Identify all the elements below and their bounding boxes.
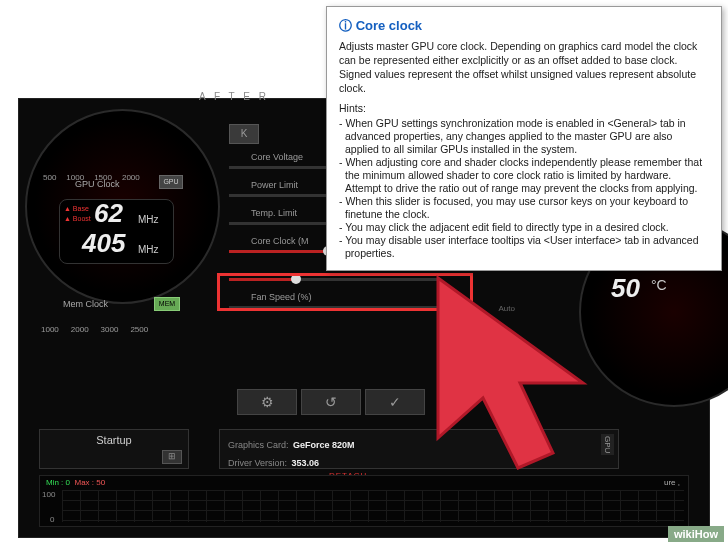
boost-clock-unit: MHz — [138, 244, 159, 255]
startup-label: Startup — [40, 430, 188, 446]
tooltip-hints-list: When GPU settings synchronization mode i… — [339, 117, 709, 260]
gpu-selector-button[interactable]: GPU — [601, 434, 614, 455]
mem-toggle-button[interactable]: MEM — [154, 297, 180, 311]
apply-button[interactable]: ✓ — [365, 389, 425, 415]
driver-label: Driver Version: — [228, 458, 287, 468]
driver-value: 353.06 — [291, 458, 319, 468]
windows-startup-button[interactable]: ⊞ — [162, 450, 182, 464]
base-boost-labels: ▲ Base▲ Boost — [64, 204, 91, 224]
gauge-ticks-bottom: 1000200030002500 — [41, 325, 160, 334]
settings-button[interactable]: ⚙ — [237, 389, 297, 415]
action-buttons: ⚙ ↺ ✓ — [237, 389, 425, 415]
graph-y-max: 100 — [42, 490, 55, 499]
boost-clock-value: 405 — [82, 228, 125, 259]
graph-minmax: Min : 0 Max : 50 — [46, 478, 105, 487]
graph-grid — [62, 490, 684, 522]
startup-panel: Startup ⊞ — [39, 429, 189, 469]
tooltip-body: Adjusts master GPU core clock. Depending… — [339, 39, 709, 260]
monitoring-graph[interactable]: Min : 0 Max : 50 100 0 ure , — [39, 475, 689, 527]
card-label: Graphics Card: — [228, 440, 289, 450]
temperature-value: 50 — [611, 273, 640, 304]
k-button[interactable]: K — [229, 124, 259, 144]
clock-readout: ▲ Base▲ Boost 62 MHz 405 MHz — [59, 199, 174, 264]
gpu-info-panel: Graphics Card: GeForce 820M Driver Versi… — [219, 429, 619, 469]
watermark: wikiHow — [668, 526, 724, 542]
graph-metric-label: ure , — [664, 478, 680, 487]
base-clock-unit: MHz — [138, 214, 159, 225]
auto-label: Auto — [499, 304, 515, 313]
base-clock-value: 62 — [94, 198, 123, 229]
gpu-clock-label: GPU Clock — [75, 179, 120, 189]
app-title: A F T E R — [199, 91, 269, 102]
tooltip-title: Core clock — [339, 17, 709, 35]
card-value: GeForce 820M — [293, 440, 355, 450]
hints-header: Hints: — [339, 101, 709, 115]
temperature-unit: °C — [651, 277, 667, 293]
reset-button[interactable]: ↺ — [301, 389, 361, 415]
core-clock-tooltip: Core clock Adjusts master GPU core clock… — [326, 6, 722, 271]
fan-speed-slider[interactable]: Fan Speed (%) Auto — [229, 292, 489, 318]
mem-clock-label: Mem Clock — [63, 299, 108, 309]
gpu-toggle-button[interactable]: GPU — [159, 175, 183, 189]
graph-y-min: 0 — [50, 515, 54, 524]
